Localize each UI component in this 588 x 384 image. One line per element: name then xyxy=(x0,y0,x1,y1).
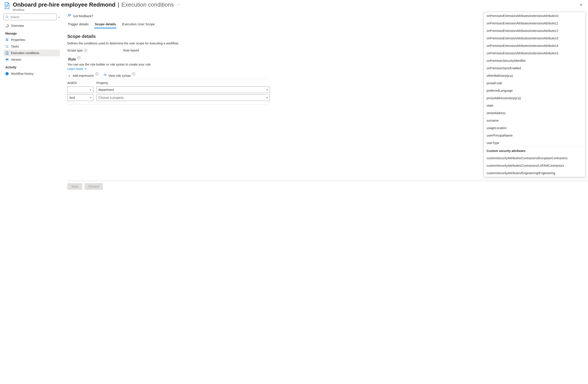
andor-value: And xyxy=(69,96,75,100)
tasks-icon xyxy=(5,45,9,48)
dropdown-item[interactable]: otherMails/any(p:p) xyxy=(484,72,585,80)
external-link-icon: ↗ xyxy=(84,67,87,71)
property-value: department xyxy=(98,88,114,91)
page-title-main: Onboard pre-hire employee Redmond xyxy=(13,1,116,8)
discard-button[interactable]: Discard xyxy=(84,183,103,190)
column-header-property: Property xyxy=(96,81,270,85)
tab-execution-user-scope[interactable]: Execution User Scope xyxy=(122,21,155,28)
dropdown-item[interactable]: userType xyxy=(484,139,585,147)
dropdown-item[interactable]: onPremisesExtensionAttributes/extensionA… xyxy=(484,35,585,42)
andor-select[interactable]: ▾ xyxy=(67,86,93,93)
dropdown-item[interactable]: postalCode xyxy=(484,80,585,87)
svg-rect-18 xyxy=(6,59,8,60)
sidebar-item-label: Tasks xyxy=(11,45,19,48)
chevron-down-icon: ▾ xyxy=(90,88,91,91)
dropdown-item[interactable]: onPremisesExtensionAttributes/extensionA… xyxy=(484,42,585,49)
svg-point-23 xyxy=(105,75,106,76)
learn-more-label: Learn more xyxy=(67,67,83,71)
rule-row: ▾ department ▾ xyxy=(67,86,270,93)
sidebar-item-label: Overview xyxy=(11,24,24,27)
sidebar-section-activity: Activity xyxy=(3,63,60,70)
sidebar: « Overview Manage Properties Tasks xyxy=(0,12,61,192)
info-icon[interactable]: i xyxy=(132,72,135,75)
save-button[interactable]: Save xyxy=(67,183,82,190)
svg-rect-19 xyxy=(6,60,8,61)
feedback-icon xyxy=(67,14,71,18)
column-header-andor: And/Or xyxy=(67,81,93,85)
add-expression-button[interactable]: ＋ Add expression i xyxy=(67,74,98,78)
sidebar-item-label: Version xyxy=(11,58,21,61)
sidebar-item-label: Properties xyxy=(11,38,25,41)
tab-scope-details[interactable]: Scope details xyxy=(94,21,116,28)
rule-grid: And/Or Property ▾ department ▾ xyxy=(67,79,270,105)
scope-type-value: Rule based xyxy=(123,49,139,52)
dropdown-item[interactable]: userPrincipalName xyxy=(484,132,585,139)
add-expression-label: Add expression xyxy=(73,74,94,77)
view-rule-syntax-button[interactable]: View rule syntax i xyxy=(103,73,135,78)
feedback-label: Got feedback? xyxy=(73,14,93,18)
info-icon[interactable]: i xyxy=(95,72,98,75)
dropdown-item[interactable]: streetAddress xyxy=(484,109,585,117)
property-select[interactable]: Choose a property ▾ xyxy=(96,94,270,101)
sidebar-item-properties[interactable]: Properties xyxy=(3,37,60,43)
dropdown-item[interactable]: onPremisesExtensionAttributes/extensionA… xyxy=(484,12,585,20)
dropdown-item[interactable]: onPremisesSyncEnabled xyxy=(484,64,585,72)
dropdown-item[interactable]: proxyAddresses/any(p:p) xyxy=(484,94,585,102)
document-small-icon xyxy=(5,51,9,55)
info-icon[interactable]: i xyxy=(77,56,80,59)
sidebar-section-manage: Manage xyxy=(3,29,60,37)
title-separator: | xyxy=(118,1,119,8)
dropdown-item[interactable]: surname xyxy=(484,117,585,124)
close-icon[interactable]: ✕ xyxy=(577,1,585,8)
svg-point-10 xyxy=(7,40,7,41)
chevron-down-icon: ▾ xyxy=(267,88,268,91)
tab-trigger-details[interactable]: Trigger details xyxy=(67,21,89,28)
search-icon xyxy=(5,15,9,19)
view-rule-syntax-label: View rule syntax xyxy=(108,74,131,77)
dropdown-section-header: Custom security attributes xyxy=(484,147,585,154)
dropdown-item[interactable]: customSecurityAttributes/Engineering/Eng… xyxy=(484,169,585,177)
dropdown-item[interactable]: onPremisesExtensionAttributes/extensionA… xyxy=(484,27,585,35)
sidebar-item-overview[interactable]: Overview xyxy=(3,22,60,29)
eye-icon xyxy=(103,73,107,78)
sidebar-item-execution-conditions[interactable]: Execution conditions xyxy=(3,50,60,56)
collapse-sidebar-icon[interactable]: « xyxy=(58,15,60,19)
dropdown-item[interactable]: onPremisesExtensionAttributes/extensionA… xyxy=(484,20,585,27)
sidebar-item-label: Execution conditions xyxy=(11,51,39,55)
dropdown-item[interactable]: usageLocation xyxy=(484,124,585,132)
page-title-sub: Execution conditions xyxy=(121,1,174,8)
dropdown-item[interactable]: onPremisesSecurityIdentifier xyxy=(484,57,585,64)
document-icon xyxy=(3,2,11,9)
dropdown-item[interactable]: onPremisesExtensionAttributes/extensionA… xyxy=(484,49,585,57)
svg-point-8 xyxy=(7,40,8,40)
search-box[interactable] xyxy=(3,14,57,20)
rule-row: And ▾ Choose a property ▾ xyxy=(67,94,270,101)
info-icon[interactable]: i xyxy=(84,49,87,52)
property-placeholder: Choose a property xyxy=(98,96,124,100)
svg-point-3 xyxy=(6,16,8,18)
properties-icon xyxy=(5,38,9,41)
property-dropdown: onPremisesExtensionAttributes/extensionA… xyxy=(484,12,585,177)
search-input[interactable] xyxy=(10,15,55,19)
more-actions-icon[interactable]: ··· xyxy=(176,2,181,7)
sidebar-item-tasks[interactable]: Tasks xyxy=(3,43,60,50)
dropdown-item[interactable]: preferredLanguage xyxy=(484,87,585,94)
dropdown-item[interactable]: customSecurityAttributes/Contractors/LAT… xyxy=(484,162,585,169)
svg-text:i: i xyxy=(7,73,7,75)
dropdown-item[interactable]: customSecurityAttributes/Contractors/Eur… xyxy=(484,154,585,162)
sidebar-item-version[interactable]: Version xyxy=(3,56,60,63)
version-icon xyxy=(5,58,9,61)
overview-icon xyxy=(5,24,9,27)
andor-select[interactable]: And ▾ xyxy=(67,94,93,101)
scope-type-label: Scope type xyxy=(67,49,83,52)
dropdown-item[interactable]: state xyxy=(484,102,585,109)
sidebar-item-label: Workflow history xyxy=(11,72,33,75)
info-icon: i xyxy=(5,72,9,75)
plus-icon: ＋ xyxy=(67,74,71,78)
page-subtitle: Workflow xyxy=(13,8,577,11)
sidebar-item-workflow-history[interactable]: i Workflow history xyxy=(3,70,60,77)
chevron-down-icon: ▾ xyxy=(267,96,268,99)
chevron-down-icon: ▾ xyxy=(90,96,91,99)
property-select[interactable]: department ▾ xyxy=(96,86,270,93)
svg-line-4 xyxy=(8,18,9,19)
